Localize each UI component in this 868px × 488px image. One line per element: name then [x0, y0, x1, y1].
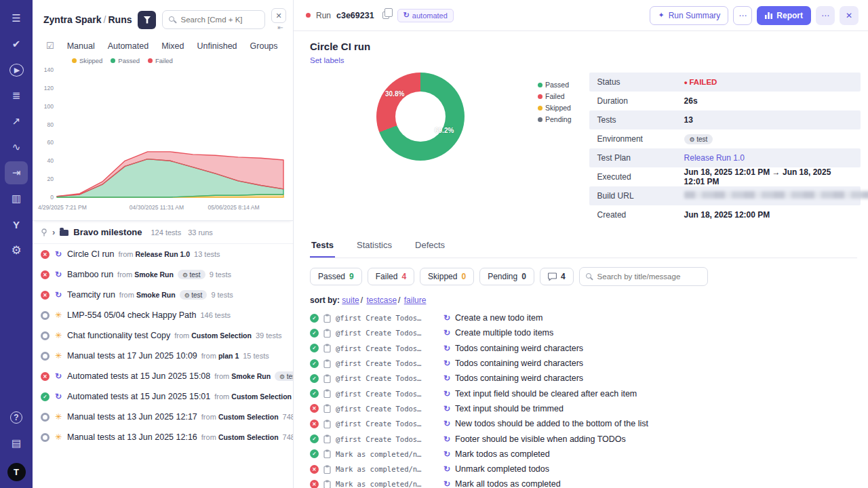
project-name[interactable]: Zyntra Spark: [43, 14, 102, 25]
test-row[interactable]: Mark as completed/n… ↻ Mark all todos as…: [310, 476, 857, 488]
environment-badge: test: [180, 290, 208, 300]
test-row[interactable]: @first Create Todos… ↻ Todos containing …: [310, 341, 857, 356]
detail-tab[interactable]: Tests: [310, 234, 335, 258]
run-list-item[interactable]: Circle CI run from Release Run 1.0 13 te…: [33, 244, 293, 264]
run-list-item[interactable]: Manual tests at 13 Jun 2025 12:16 from C…: [33, 427, 293, 447]
run-filter-tab[interactable]: Manual: [67, 41, 95, 51]
chart-icon[interactable]: [5, 187, 28, 210]
app-logo[interactable]: T: [7, 463, 26, 481]
run-list-item[interactable]: LMP-554 05/04 check Happy Path 146 tests: [33, 305, 293, 325]
collapse-panel-icon[interactable]: ⇤: [278, 24, 286, 31]
select-list-icon[interactable]: ☑: [46, 41, 54, 51]
run-filter-tab[interactable]: Groups: [250, 41, 278, 51]
run-list-item[interactable]: Manual tests at 13 Jun 2025 12:17 from C…: [33, 407, 293, 427]
run-id: c3e69231: [336, 11, 374, 20]
test-row[interactable]: @first Create Todos… ↻ Footer should be …: [310, 431, 857, 446]
close-panel-button[interactable]: ✕: [271, 8, 286, 23]
test-row[interactable]: @first Create Todos… ↻ Todos containing …: [310, 371, 857, 386]
run-list-item[interactable]: Bamboo run from Smoke Run test 9 tests: [33, 264, 293, 285]
import-icon[interactable]: [5, 161, 28, 184]
info-label: Status: [597, 77, 684, 87]
copy-icon[interactable]: [382, 12, 389, 19]
more-options-button[interactable]: ⋯: [733, 6, 752, 25]
close-run-button[interactable]: ✕: [840, 6, 859, 25]
menu-icon[interactable]: [5, 7, 28, 30]
play-icon[interactable]: [5, 58, 28, 81]
run-status-icon: [41, 392, 50, 401]
runs-search-input[interactable]: [162, 10, 265, 29]
filter-chip[interactable]: 4: [540, 268, 574, 285]
test-row[interactable]: @first Create Todos… ↻ Create multiple t…: [310, 325, 857, 340]
filter-chip[interactable]: Pending 0: [479, 268, 534, 285]
tasks-icon[interactable]: [5, 84, 28, 107]
trend-icon[interactable]: [5, 110, 28, 133]
projects-icon[interactable]: [5, 432, 28, 455]
clipboard-icon: [323, 344, 331, 352]
detail-tab[interactable]: Statistics: [355, 234, 393, 258]
legend-dot: [72, 58, 77, 63]
test-row[interactable]: @first Create Todos… ↻ Create a new todo…: [310, 310, 857, 325]
test-row[interactable]: @first Create Todos… ↻ Text input field …: [310, 386, 857, 401]
run-tests-count: 748 tests: [283, 413, 293, 421]
failed-percentage-label: 30.8%: [385, 90, 404, 98]
run-filter-tab[interactable]: Unfinished: [197, 41, 237, 51]
run-title: Manual tests at 13 Jun 2025 12:17: [67, 412, 197, 422]
automated-icon: ↻: [443, 404, 450, 413]
automated-icon: ↻: [443, 419, 450, 428]
passed-percentage-label: 69.2%: [435, 127, 454, 134]
filter-chip[interactable]: Failed 4: [368, 268, 414, 285]
info-label: Test Plan: [597, 153, 684, 163]
run-filter-tab[interactable]: Automated: [108, 41, 149, 51]
sort-option-link[interactable]: testcase: [366, 296, 401, 305]
pulse-icon[interactable]: [5, 136, 28, 159]
runs-panel: Zyntra Spark/Runs ✕ ⇤ ☑ Manual Automated…: [33, 0, 294, 488]
more-actions-button[interactable]: ⋯: [816, 6, 835, 25]
chevron-right-icon[interactable]: ›: [52, 228, 55, 237]
test-row[interactable]: @first Create Todos… ↻ Text input should…: [310, 401, 857, 416]
run-title-heading: Circle CI run: [310, 41, 857, 52]
test-suite: @first Create Todos…: [336, 359, 439, 367]
settings-icon[interactable]: [5, 239, 28, 262]
run-summary-button[interactable]: ✦Run Summary: [650, 6, 728, 25]
tests-search-input[interactable]: [579, 267, 708, 286]
sort-option-link[interactable]: suite: [342, 296, 364, 305]
run-tests-count: 146 tests: [200, 311, 231, 319]
automated-badge[interactable]: automated: [397, 9, 454, 22]
test-filters: Passed 9 Failed 4 Skipped 0 Pend: [310, 258, 857, 293]
filter-chip[interactable]: Skipped 0: [420, 268, 474, 285]
run-source: Custom Selection: [218, 433, 279, 441]
report-button[interactable]: Report: [757, 6, 811, 25]
test-row[interactable]: @first Create Todos… ↻ Todos containing …: [310, 356, 857, 371]
test-row[interactable]: Mark as completed/n… ↻ Mark todos as com…: [310, 447, 857, 462]
legend-dot: [148, 58, 153, 63]
run-tests-count: 748 tests: [283, 433, 293, 441]
svg-text:140: 140: [44, 66, 54, 73]
legend-dot: [538, 94, 542, 99]
help-icon[interactable]: [5, 406, 28, 429]
info-value: Jun 18, 2025 12:01 PM → Jun 18, 2025 12:…: [684, 167, 852, 186]
donut-chart: 30.8% 69.2%: [376, 73, 465, 161]
run-list-item[interactable]: Automated tests at 15 Jun 2025 15:01 fro…: [33, 386, 293, 407]
branch-icon[interactable]: [5, 213, 28, 236]
run-list-item[interactable]: Chat functionality test Copy from Custom…: [33, 325, 293, 346]
run-list-item[interactable]: Automated tests at 15 Jun 2025 15:08 fro…: [33, 366, 293, 386]
test-row[interactable]: @first Create Todos… ↻ New todos should …: [310, 416, 857, 431]
clipboard-icon: [323, 374, 331, 383]
set-labels-link[interactable]: Set labels: [310, 56, 344, 64]
test-row[interactable]: Mark as completed/n… ↻ Unmark completed …: [310, 462, 857, 476]
automated-icon: ↻: [443, 389, 450, 399]
run-list-item[interactable]: Teamcity run from Smoke Run test 9 tests: [33, 285, 293, 305]
info-value: Jun 18, 2025 12:00 PM: [684, 210, 770, 220]
sort-option-link[interactable]: failure: [404, 296, 427, 305]
filter-button[interactable]: [138, 11, 156, 29]
run-type-tabs: ☑ Manual Automated Mixed Unfinished Grou…: [33, 37, 293, 57]
folder-icon: [60, 230, 68, 236]
detail-tab[interactable]: Defects: [414, 234, 446, 258]
test-status-icon: [310, 449, 319, 458]
run-list-item[interactable]: Manual tests at 17 Jun 2025 10:09 from p…: [33, 346, 293, 366]
check-icon[interactable]: [5, 33, 28, 56]
filter-chip[interactable]: Passed 9: [310, 268, 362, 285]
run-filter-tab[interactable]: Mixed: [161, 41, 184, 51]
milestone-name[interactable]: Bravo milestone: [73, 227, 142, 237]
milestone-row[interactable]: › Bravo milestone 124 tests 33 runs: [33, 221, 293, 244]
